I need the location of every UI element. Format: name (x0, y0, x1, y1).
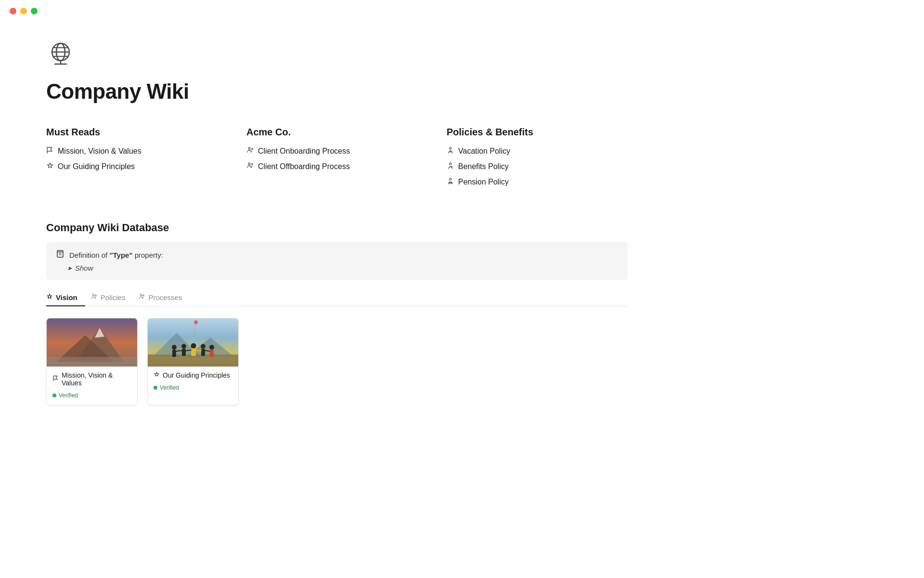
svg-line-48 (205, 351, 210, 351)
svg-rect-36 (172, 350, 176, 357)
benefits-icon (447, 162, 454, 171)
tab-vision-label: Vision (56, 293, 77, 302)
card-principles-title-text: Our Guiding Principles (163, 371, 230, 379)
tab-vision-icon (46, 293, 53, 302)
tab-processes-label: Processes (148, 293, 182, 302)
column-policies-benefits: Policies & Benefits Vacation Policy (447, 127, 628, 193)
client-offboarding-link[interactable]: Client Offboarding Process (246, 162, 427, 171)
titlebar (0, 0, 924, 22)
svg-rect-42 (201, 349, 205, 356)
svg-rect-18 (57, 250, 63, 257)
benefits-policy-label: Benefits Policy (458, 162, 509, 171)
pension-icon (447, 177, 454, 187)
toggle-label: Show (75, 264, 93, 272)
card-principles-badge: Verified (154, 384, 179, 391)
card-mission-title: Mission, Vision & Values (52, 371, 131, 387)
card-mission-vision[interactable]: Mission, Vision & Values Verified (46, 318, 138, 406)
client-offboarding-label: Client Offboarding Process (258, 162, 350, 171)
database-title: Company Wiki Database (46, 222, 628, 234)
acme-co-header: Acme Co. (246, 127, 427, 138)
guiding-principles-link[interactable]: Our Guiding Principles (46, 162, 227, 171)
svg-point-9 (248, 163, 250, 165)
svg-point-39 (191, 343, 196, 349)
tab-vision[interactable]: Vision (46, 289, 85, 306)
verified-dot-2-icon (154, 386, 157, 390)
callout-box: Definition of "Type" property: ▶ Show (46, 242, 628, 280)
card-flag-icon (52, 375, 59, 383)
vacation-policy-link[interactable]: Vacation Policy (447, 146, 628, 156)
tab-processes[interactable]: Processes (139, 289, 190, 306)
tab-policies[interactable]: Policies (91, 289, 133, 306)
minimize-button[interactable] (20, 8, 27, 14)
svg-point-25 (143, 295, 144, 296)
callout-text: Definition of "Type" property: (69, 251, 163, 259)
svg-rect-30 (47, 357, 138, 367)
close-button[interactable] (10, 8, 16, 14)
mission-vision-label: Mission, Vision & Values (58, 147, 141, 156)
svg-point-11 (449, 147, 451, 149)
svg-point-7 (248, 147, 250, 149)
svg-point-15 (449, 178, 451, 180)
client-onboarding-label: Client Onboarding Process (258, 147, 350, 156)
card-mission-title-text: Mission, Vision & Values (62, 371, 131, 387)
svg-point-22 (92, 294, 94, 296)
card-principles-badge-text: Verified (160, 384, 179, 391)
page-icon (46, 39, 628, 72)
card-mission-badge: Verified (52, 392, 78, 399)
mission-vision-link[interactable]: Mission, Vision & Values (46, 146, 227, 156)
svg-point-43 (209, 345, 214, 350)
database-section: Company Wiki Database Definition of "Typ… (46, 222, 628, 406)
svg-point-37 (181, 344, 186, 349)
svg-rect-34 (148, 355, 239, 367)
cards-grid: Mission, Vision & Values Verified (46, 318, 628, 406)
card-mission-image (47, 318, 137, 367)
card-principles-title: Our Guiding Principles (154, 371, 232, 379)
toggle-arrow-icon: ▶ (68, 265, 72, 271)
columns-section: Must Reads Mission, Vision & Values Our … (46, 127, 628, 193)
must-reads-header: Must Reads (46, 127, 227, 138)
callout-toggle[interactable]: ▶ Show (56, 264, 618, 272)
callout-bold: "Type" (109, 251, 132, 259)
guiding-principles-label: Our Guiding Principles (58, 162, 135, 171)
pension-policy-link[interactable]: Pension Policy (447, 177, 628, 187)
svg-point-23 (95, 295, 96, 296)
vacation-policy-label: Vacation Policy (458, 147, 510, 156)
page-title: Company Wiki (46, 79, 628, 104)
client-onboarding-link[interactable]: Client Onboarding Process (246, 146, 427, 156)
card-mission-badge-text: Verified (59, 392, 78, 399)
main-content: Company Wiki Must Reads Mission, Vision … (0, 0, 674, 434)
flag-icon (46, 146, 54, 156)
svg-point-50 (194, 320, 198, 324)
column-acme-co: Acme Co. Client Onboarding Process (246, 127, 427, 193)
tab-policies-label: Policies (101, 293, 126, 302)
svg-line-47 (196, 350, 201, 351)
offboarding-icon (246, 162, 254, 171)
svg-point-41 (201, 344, 205, 349)
svg-point-35 (172, 345, 177, 350)
tab-processes-icon (139, 293, 145, 302)
verified-dot-icon (52, 394, 56, 397)
card-guiding-principles[interactable]: Our Guiding Principles Verified (147, 318, 239, 406)
svg-point-8 (252, 148, 253, 150)
pension-policy-label: Pension Policy (458, 178, 509, 186)
svg-rect-38 (182, 349, 186, 356)
svg-rect-44 (210, 350, 214, 357)
card-mission-body: Mission, Vision & Values Verified (47, 367, 137, 405)
svg-rect-40 (191, 348, 196, 356)
card-principles-image (148, 318, 238, 367)
svg-line-45 (176, 351, 182, 351)
svg-line-46 (186, 350, 191, 351)
column-must-reads: Must Reads Mission, Vision & Values Our … (46, 127, 227, 193)
benefits-policy-link[interactable]: Benefits Policy (447, 162, 628, 171)
card-star-icon (154, 371, 160, 379)
svg-point-10 (252, 164, 253, 165)
maximize-button[interactable] (31, 8, 38, 14)
vacation-icon (447, 146, 454, 156)
svg-point-13 (449, 163, 451, 165)
svg-point-24 (141, 294, 142, 296)
tabs-row: Vision Policies (46, 289, 628, 306)
tab-policies-icon (91, 293, 98, 302)
card-principles-body: Our Guiding Principles Verified (148, 367, 238, 397)
policies-benefits-header: Policies & Benefits (447, 127, 628, 138)
star-icon (46, 162, 54, 171)
